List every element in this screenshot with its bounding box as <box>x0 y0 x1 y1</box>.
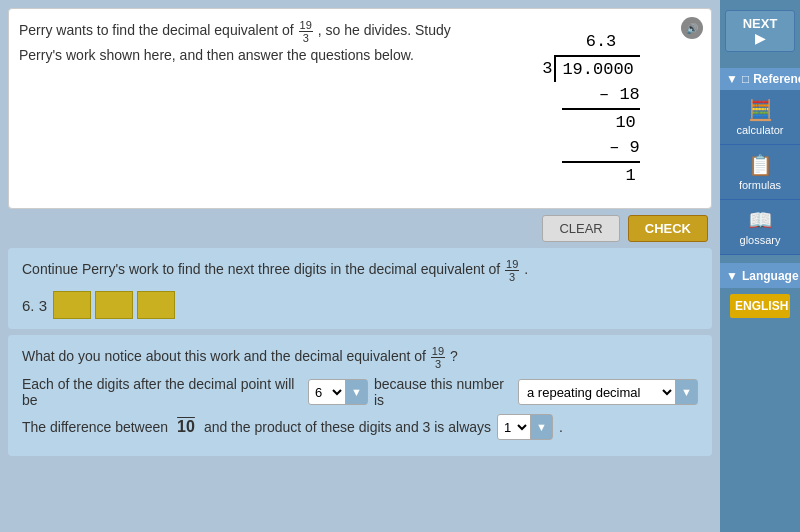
question1-section: Continue Perry's work to find the next t… <box>8 248 712 329</box>
problem-section: Perry wants to find the decimal equivale… <box>8 8 712 209</box>
q2-row1-middle: because this number is <box>374 376 512 408</box>
q2-row2-period: . <box>559 419 563 435</box>
language-header: ▼ Language ⓘ <box>720 263 800 288</box>
question2-section: What do you notice about this work and t… <box>8 335 712 456</box>
q1-text-after: . <box>524 261 528 277</box>
language-label: Language <box>742 269 799 283</box>
q2-fraction: 19 3 <box>431 345 445 370</box>
q2-dropdown1-arrow: ▼ <box>345 380 367 404</box>
main-content: Perry wants to find the decimal equivale… <box>0 0 720 532</box>
q2-dropdown1[interactable]: 6 3 1 0 ▼ <box>308 379 368 405</box>
divisor-row: 3 19.0000 <box>542 55 640 83</box>
answer-box-1[interactable] <box>53 291 91 319</box>
q2-row2-after: and the product of these digits and 3 is… <box>204 419 491 435</box>
lang-triangle: ▼ <box>726 269 738 283</box>
q2-select1[interactable]: 6 3 1 0 <box>309 384 345 401</box>
clear-button[interactable]: CLEAR <box>542 215 619 242</box>
q2-row1: Each of the digits after the decimal poi… <box>22 376 698 408</box>
step1-sub: – 18 <box>562 82 640 110</box>
english-button[interactable]: ENGLISH <box>730 294 790 318</box>
answer-box-2[interactable] <box>95 291 133 319</box>
answer-prefix: 6. 3 <box>22 297 47 314</box>
glossary-label: glossary <box>740 234 781 246</box>
audio-button[interactable]: 🔊 <box>681 17 703 39</box>
problem-fraction: 19 3 <box>299 19 313 44</box>
glossary-icon: 📖 <box>748 208 773 232</box>
answer-input-row: 6. 3 <box>22 291 698 319</box>
answer-box-3[interactable] <box>137 291 175 319</box>
next-label: NEXT ▶ <box>738 16 782 46</box>
problem-text-before: Perry wants to find the decimal equivale… <box>19 22 298 38</box>
division-work: 6.3 3 19.0000 – 18 10 – 9 1 <box>481 19 701 198</box>
quotient-value: 6.3 <box>586 32 617 51</box>
quotient-row: 6.3 <box>542 29 640 55</box>
check-button[interactable]: CHECK <box>628 215 708 242</box>
question2-title: What do you notice about this work and t… <box>22 345 698 370</box>
problem-text: Perry wants to find the decimal equivale… <box>19 19 473 198</box>
q2-select3[interactable]: 1 0 2 3 <box>498 419 530 436</box>
q2-title-before: What do you notice about this work and t… <box>22 348 430 364</box>
next-button[interactable]: NEXT ▶ <box>725 10 795 52</box>
dividend-value: 19.0000 <box>554 55 639 83</box>
formulas-label: formulas <box>739 179 781 191</box>
calculator-label: calculator <box>736 124 783 136</box>
reference-triangle: ▼ <box>726 72 738 86</box>
q2-row2-ten: 10 <box>177 418 195 436</box>
answer-boxes <box>53 291 175 319</box>
step2-sub: – 9 <box>562 135 640 163</box>
q2-dropdown3-arrow: ▼ <box>530 415 552 439</box>
q2-dropdown3[interactable]: 1 0 2 3 ▼ <box>497 414 553 440</box>
reference-label: Reference <box>753 72 800 86</box>
step1-rem: 10 <box>562 110 640 136</box>
reference-icon: □ <box>742 72 749 86</box>
q2-dropdown2-arrow: ▼ <box>675 380 697 404</box>
q1-fraction: 19 3 <box>505 258 519 283</box>
calculator-icon: 🧮 <box>748 98 773 122</box>
div-steps: – 18 10 – 9 1 <box>542 82 640 188</box>
q2-row2-before: The difference between <box>22 419 168 435</box>
language-section: ▼ Language ⓘ ENGLISH <box>720 263 800 324</box>
formulas-item[interactable]: 📋 formulas <box>720 145 800 200</box>
division-display: 6.3 3 19.0000 – 18 10 – 9 1 <box>532 19 650 198</box>
calculator-item[interactable]: 🧮 calculator <box>720 90 800 145</box>
question1-text: Continue Perry's work to find the next t… <box>22 258 698 283</box>
q1-text-before: Continue Perry's work to find the next t… <box>22 261 504 277</box>
q2-select2[interactable]: a repeating decimal a terminating decima… <box>519 384 675 401</box>
q2-row2: The difference between 10 and the produc… <box>22 414 698 440</box>
q2-dropdown2[interactable]: a repeating decimal a terminating decima… <box>518 379 698 405</box>
glossary-item[interactable]: 📖 glossary <box>720 200 800 255</box>
audio-icon: 🔊 <box>686 23 698 34</box>
formulas-icon: 📋 <box>748 153 773 177</box>
q2-title-after: ? <box>450 348 458 364</box>
reference-section: ▼ □ Reference 🧮 calculator 📋 formulas 📖 … <box>720 68 800 255</box>
reference-header: ▼ □ Reference <box>720 68 800 90</box>
step2-rem: 1 <box>562 163 640 189</box>
q2-row1-before: Each of the digits after the decimal poi… <box>22 376 302 408</box>
divisor-value: 3 <box>542 56 552 82</box>
sidebar: NEXT ▶ ▼ □ Reference 🧮 calculator 📋 form… <box>720 0 800 532</box>
action-buttons: CLEAR CHECK <box>8 215 712 242</box>
